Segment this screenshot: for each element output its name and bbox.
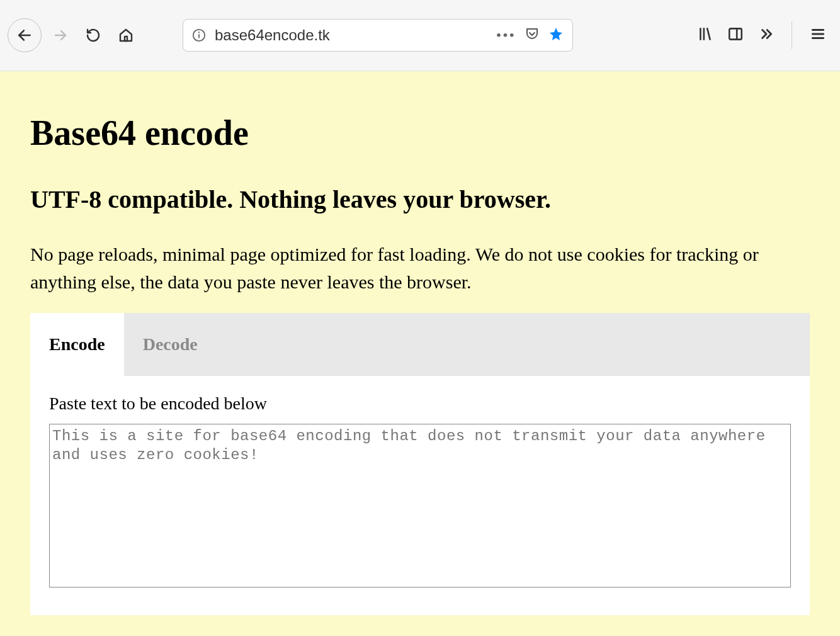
sidebar-icon[interactable] — [727, 26, 744, 45]
tab-encode[interactable]: Encode — [30, 313, 124, 376]
url-text[interactable]: base64encode.tk — [215, 26, 487, 44]
page-subtitle: UTF-8 compatible. Nothing leaves your br… — [30, 185, 810, 214]
svg-rect-9 — [729, 28, 742, 39]
bookmark-star-icon[interactable] — [548, 26, 564, 44]
home-icon — [118, 28, 133, 43]
forward-button[interactable] — [47, 21, 74, 49]
overflow-icon[interactable] — [758, 26, 774, 45]
back-button[interactable] — [8, 18, 42, 52]
site-info-icon[interactable] — [192, 28, 206, 42]
reload-button[interactable] — [79, 21, 107, 49]
svg-line-8 — [707, 28, 710, 39]
encoder-panel: Encode Decode Paste text to be encoded b… — [30, 313, 810, 615]
panel-body: Paste text to be encoded below — [30, 376, 810, 615]
page-content: Base64 encode UTF-8 compatible. Nothing … — [0, 71, 840, 636]
library-icon[interactable] — [697, 26, 713, 45]
separator — [792, 21, 792, 49]
encode-input[interactable] — [49, 424, 791, 588]
tab-decode[interactable]: Decode — [124, 313, 217, 376]
tabs: Encode Decode — [30, 313, 810, 376]
home-button[interactable] — [112, 21, 140, 49]
reload-icon — [86, 28, 101, 43]
arrow-right-icon — [53, 28, 68, 43]
input-label: Paste text to be encoded below — [49, 394, 791, 414]
toolbar-right — [697, 21, 832, 49]
pocket-icon[interactable] — [525, 26, 540, 44]
svg-point-5 — [198, 31, 200, 33]
menu-icon[interactable] — [810, 26, 826, 45]
page-actions-icon[interactable]: ••• — [496, 28, 516, 43]
page-description: No page reloads, minimal page optimized … — [30, 241, 810, 295]
url-bar[interactable]: base64encode.tk ••• — [183, 19, 573, 52]
browser-toolbar: base64encode.tk ••• — [0, 0, 840, 71]
page-title: Base64 encode — [30, 113, 810, 153]
svg-rect-2 — [125, 37, 127, 41]
arrow-left-icon — [16, 27, 33, 43]
